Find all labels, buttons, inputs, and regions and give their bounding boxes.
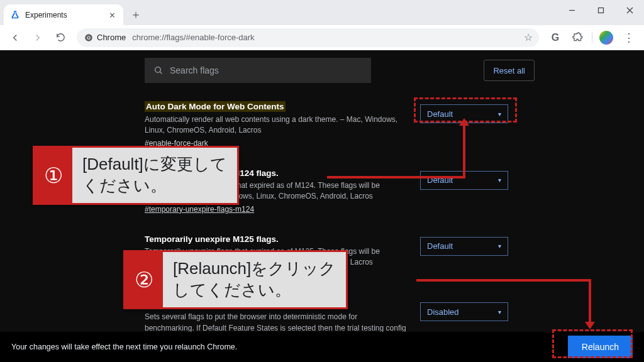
chevron-down-icon: ▾ [498, 111, 501, 118]
svg-point-6 [87, 36, 90, 39]
maximize-button[interactable] [586, 0, 615, 20]
relaunch-bar: Your changes will take effect the next t… [0, 332, 644, 362]
relaunch-msg: Your changes will take effect the next t… [11, 343, 237, 351]
flag-hash-link[interactable]: #temporary-unexpire-flags-m124 [145, 205, 254, 214]
browser-toolbar: Chrome chrome://flags/#enable-force-dark… [0, 25, 644, 50]
window-controls [557, 0, 644, 25]
titlebar: Experiments ✕ ＋ [0, 0, 644, 25]
flag-select[interactable]: Default ▾ [420, 104, 508, 123]
chevron-down-icon: ▾ [498, 243, 501, 250]
flag-title: Auto Dark Mode for Web Contents [145, 101, 286, 112]
relaunch-button[interactable]: Relaunch [568, 336, 633, 358]
g-extension-icon[interactable]: G [545, 28, 565, 48]
callout-1: ① [Default]に変更してください。 [33, 146, 239, 205]
page-content: Search flags Reset all Auto Dark Mode fo… [0, 50, 644, 362]
search-placeholder: Search flags [170, 65, 219, 75]
reset-all-button[interactable]: Reset all [484, 60, 535, 81]
callout-2: ② [Relaunch]をクリックしてください。 [123, 250, 348, 309]
flag-title: Temporarily unexpire M125 flags. [145, 234, 279, 244]
browser-tab[interactable]: Experiments ✕ [4, 4, 123, 26]
chevron-down-icon: ▾ [498, 177, 501, 184]
reload-button[interactable] [50, 28, 70, 48]
scroll-area[interactable]: Search flags Reset all Auto Dark Mode fo… [0, 50, 644, 362]
profile-avatar[interactable] [596, 28, 616, 48]
forward-button[interactable] [28, 28, 48, 48]
flag-select[interactable]: Default ▾ [420, 237, 508, 256]
extensions-icon[interactable] [568, 28, 588, 48]
address-bar[interactable]: Chrome chrome://flags/#enable-force-dark… [77, 28, 539, 47]
search-icon [153, 65, 164, 75]
svg-line-8 [160, 72, 162, 74]
chrome-icon [84, 33, 93, 42]
star-icon[interactable]: ☆ [524, 31, 533, 43]
separator [592, 32, 592, 43]
svg-rect-1 [598, 8, 603, 13]
callout-number: ② [125, 252, 163, 307]
new-tab-button[interactable]: ＋ [127, 6, 145, 23]
callout-text: [Relaunch]をクリックしてください。 [163, 252, 346, 307]
close-icon[interactable]: ✕ [107, 10, 117, 20]
kebab-menu-icon[interactable]: ⋮ [619, 28, 639, 48]
svg-point-7 [155, 67, 161, 73]
callout-number: ① [35, 148, 72, 203]
tab-title: Experiments [25, 11, 67, 19]
flask-icon [10, 10, 20, 20]
search-flags-input[interactable]: Search flags [145, 58, 371, 83]
url-path: chrome://flags/#enable-force-dark [132, 33, 254, 42]
flag-select[interactable]: Default ▾ [420, 171, 508, 190]
back-button[interactable] [5, 28, 25, 48]
url-origin: Chrome [84, 33, 126, 42]
minimize-button[interactable] [557, 0, 586, 20]
flag-desc: Automatically render all web contents us… [145, 114, 409, 136]
chevron-down-icon: ▾ [498, 309, 501, 315]
flag-select[interactable]: Disabled ▾ [420, 302, 508, 321]
close-window-button[interactable] [615, 0, 644, 20]
callout-text: [Default]に変更してください。 [72, 148, 237, 203]
